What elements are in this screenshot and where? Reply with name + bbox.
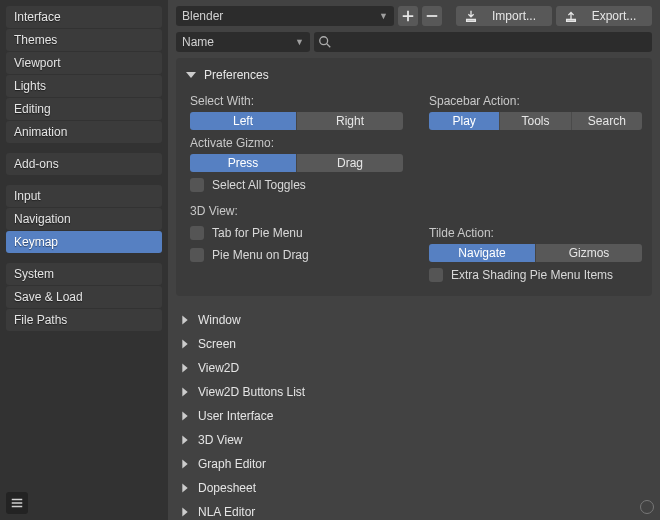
- tree-item-label: Window: [198, 313, 241, 327]
- keymap-search-input[interactable]: [336, 35, 648, 49]
- select-with-segment: LeftRight: [190, 112, 403, 130]
- sidebar-item-animation[interactable]: Animation: [6, 121, 162, 143]
- import-label: Import...: [492, 9, 536, 23]
- preset-add-button[interactable]: [398, 6, 418, 26]
- preset-remove-button[interactable]: [422, 6, 442, 26]
- tree-item-label: Graph Editor: [198, 457, 266, 471]
- tab-pie-row: Tab for Pie Menu: [190, 224, 403, 242]
- tab-pie-label: Tab for Pie Menu: [212, 226, 303, 240]
- extra-shading-row: Extra Shading Pie Menu Items: [429, 266, 642, 284]
- tree-item-3d-view[interactable]: 3D View: [176, 428, 652, 452]
- keymap-preferences-panel: Preferences Select With: LeftRight Activ…: [176, 58, 652, 296]
- tilde-option-navigate[interactable]: Navigate: [429, 244, 536, 262]
- spacebar-option-tools[interactable]: Tools: [500, 112, 571, 130]
- sidebar-item-lights[interactable]: Lights: [6, 75, 162, 97]
- tab-pie-checkbox[interactable]: [190, 226, 204, 240]
- activate-gizmo-label: Activate Gizmo:: [190, 136, 403, 150]
- tree-item-label: Screen: [198, 337, 236, 351]
- spacebar-action-label: Spacebar Action:: [429, 94, 642, 108]
- filter-mode-select[interactable]: Name ▼: [176, 32, 310, 52]
- sidebar-item-keymap[interactable]: Keymap: [6, 231, 162, 253]
- disclosure-right-icon: [182, 340, 187, 349]
- restore-button[interactable]: [640, 500, 654, 514]
- keymap-main: Blender ▼ Import... Export... Name ▼: [168, 0, 660, 520]
- tree-item-graph-editor[interactable]: Graph Editor: [176, 452, 652, 476]
- sidebar-item-add-ons[interactable]: Add-ons: [6, 153, 162, 175]
- preferences-header[interactable]: Preferences: [186, 66, 642, 92]
- keymap-topbar: Blender ▼ Import... Export...: [168, 0, 660, 32]
- minus-icon: [425, 9, 439, 23]
- keymap-preset-select[interactable]: Blender ▼: [176, 6, 394, 26]
- select-with-option-left[interactable]: Left: [190, 112, 297, 130]
- disclosure-right-icon: [182, 484, 187, 493]
- select-all-toggles-label: Select All Toggles: [212, 178, 306, 192]
- export-icon: [564, 9, 578, 23]
- tree-item-label: User Interface: [198, 409, 273, 423]
- tree-item-view2d-buttons-list[interactable]: View2D Buttons List: [176, 380, 652, 404]
- tree-item-label: View2D: [198, 361, 239, 375]
- disclosure-right-icon: [182, 508, 187, 517]
- tree-item-label: View2D Buttons List: [198, 385, 305, 399]
- sidebar-item-system[interactable]: System: [6, 263, 162, 285]
- preset-label: Blender: [182, 9, 223, 23]
- plus-icon: [401, 9, 415, 23]
- spacebar-option-play[interactable]: Play: [429, 112, 500, 130]
- disclosure-right-icon: [182, 436, 187, 445]
- preferences-title: Preferences: [204, 68, 269, 82]
- sidebar-item-editing[interactable]: Editing: [6, 98, 162, 120]
- filter-mode-label: Name: [182, 35, 214, 49]
- sidebar-item-interface[interactable]: Interface: [6, 6, 162, 28]
- select-with-option-right[interactable]: Right: [297, 112, 403, 130]
- sidebar-item-input[interactable]: Input: [6, 185, 162, 207]
- tilde-action-label: Tilde Action:: [429, 226, 642, 240]
- disclosure-right-icon: [182, 412, 187, 421]
- tree-item-label: Dopesheet: [198, 481, 256, 495]
- select-with-label: Select With:: [190, 94, 403, 108]
- sidebar-item-save-load[interactable]: Save & Load: [6, 286, 162, 308]
- tree-item-window[interactable]: Window: [176, 308, 652, 332]
- pie-drag-label: Pie Menu on Drag: [212, 248, 309, 262]
- tree-item-dopesheet[interactable]: Dopesheet: [176, 476, 652, 500]
- sidebar-item-file-paths[interactable]: File Paths: [6, 309, 162, 331]
- tree-item-label: NLA Editor: [198, 505, 255, 519]
- view3d-col-right: Tilde Action: NavigateGizmos Extra Shadi…: [429, 224, 642, 284]
- svg-rect-0: [427, 15, 438, 17]
- select-all-toggles-checkbox[interactable]: [190, 178, 204, 192]
- prefs-col-left: Select With: LeftRight Activate Gizmo: P…: [190, 92, 403, 194]
- spacebar-action-segment: PlayToolsSearch: [429, 112, 642, 130]
- tree-item-user-interface[interactable]: User Interface: [176, 404, 652, 428]
- keymap-filterbar: Name ▼: [168, 32, 660, 58]
- chevron-down-icon: ▼: [295, 37, 304, 47]
- pie-drag-checkbox[interactable]: [190, 248, 204, 262]
- spacebar-option-search[interactable]: Search: [572, 112, 642, 130]
- activate-gizmo-segment: PressDrag: [190, 154, 403, 172]
- activate-gizmo-option-drag[interactable]: Drag: [297, 154, 403, 172]
- extra-shading-checkbox[interactable]: [429, 268, 443, 282]
- tree-item-screen[interactable]: Screen: [176, 332, 652, 356]
- disclosure-right-icon: [182, 316, 187, 325]
- sidebar-item-viewport[interactable]: Viewport: [6, 52, 162, 74]
- extra-shading-label: Extra Shading Pie Menu Items: [451, 268, 613, 282]
- disclosure-right-icon: [182, 388, 187, 397]
- hamburger-icon: [10, 496, 24, 510]
- preferences-menu-button[interactable]: [6, 492, 28, 514]
- activate-gizmo-option-press[interactable]: Press: [190, 154, 297, 172]
- preferences-sidebar: InterfaceThemesViewportLightsEditingAnim…: [0, 0, 168, 520]
- disclosure-right-icon: [182, 364, 187, 373]
- disclosure-right-icon: [182, 460, 187, 469]
- tree-item-view2d[interactable]: View2D: [176, 356, 652, 380]
- sidebar-item-navigation[interactable]: Navigation: [6, 208, 162, 230]
- chevron-down-icon: ▼: [379, 11, 388, 21]
- disclosure-down-icon: [186, 72, 196, 78]
- import-button[interactable]: Import...: [456, 6, 552, 26]
- tree-item-nla-editor[interactable]: NLA Editor: [176, 500, 652, 520]
- keymap-search-wrap: [314, 32, 652, 52]
- view3d-header: 3D View:: [190, 204, 642, 218]
- sidebar-item-themes[interactable]: Themes: [6, 29, 162, 51]
- export-label: Export...: [592, 9, 637, 23]
- tilde-option-gizmos[interactable]: Gizmos: [536, 244, 642, 262]
- svg-point-1: [320, 37, 328, 45]
- export-button[interactable]: Export...: [556, 6, 652, 26]
- import-icon: [464, 9, 478, 23]
- view3d-col-left: Tab for Pie Menu Pie Menu on Drag: [190, 224, 403, 284]
